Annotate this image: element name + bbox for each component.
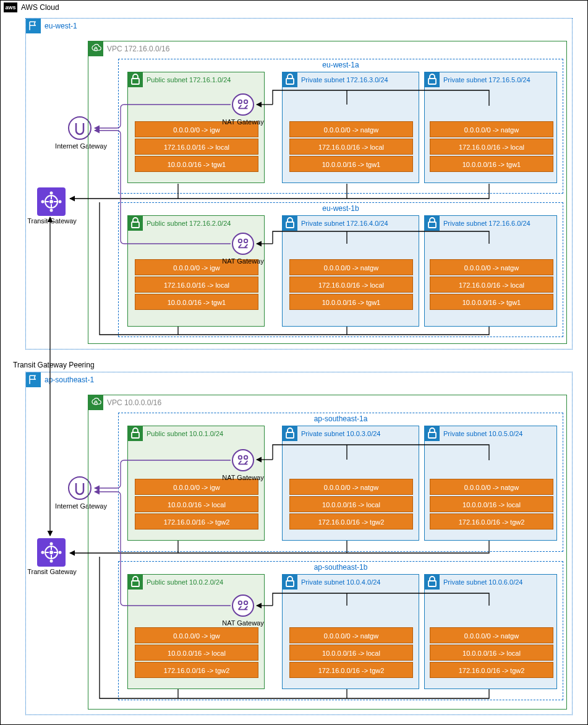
svg-point-30 [239,601,242,605]
region-flag-icon [26,19,41,33]
subnet-public-10-0-2: Public subnet 10.0.2.0/24 0.0.0.0/0 -> i… [127,574,265,689]
subnet-title: Private subnet 10.0.3.0/24 [301,430,380,437]
nat-gateway-icon [232,449,254,471]
route-entry: 10.0.0.0/16 -> tgw1 [430,156,553,172]
subnet-private-10-0-4: Private subnet 10.0.4.0/24 0.0.0.0/0 -> … [282,574,419,689]
subnet-private-10-0-3: Private subnet 10.0.3.0/24 0.0.0.0/0 -> … [282,426,419,541]
nat-gateway-icon [232,93,254,116]
nat-gateway-icon [232,233,254,255]
route-entry: 0.0.0.0/0 -> natgw [430,479,553,495]
svg-rect-7 [132,79,139,84]
public-subnet-icon [128,216,143,231]
route-entry: 172.16.0.0/16 -> local [430,277,553,293]
aws-diagram: aws AWS Cloud eu-west-1 Internet Gateway… [0,0,588,725]
private-subnet-icon [425,72,440,87]
route-entry: 172.16.0.0/16 -> tgw2 [430,513,553,530]
svg-point-20 [50,560,53,563]
svg-rect-27 [286,432,294,438]
subnet-public-172-16-2: Public subnet 172.16.2.0/24 0.0.0.0/0 ->… [127,215,265,327]
route-entry: 0.0.0.0/0 -> igw [135,627,258,643]
route-entry: 172.16.0.0/16 -> local [135,277,258,293]
svg-rect-11 [428,79,436,84]
svg-point-14 [244,239,248,243]
az-title: eu-west-1b [119,204,563,213]
svg-point-3 [50,209,53,212]
vpc-label: VPC 10.0.0.0/16 [107,398,161,407]
route-entry: 10.0.0.0/16 -> tgw1 [289,294,413,310]
route-entry: 172.16.0.0/16 -> local [289,277,413,293]
route-entry: 172.16.0.0/16 -> tgw2 [135,662,258,678]
subnet-title: Private subnet 172.16.4.0/24 [301,220,388,227]
private-subnet-icon [283,216,297,231]
svg-point-5 [59,200,62,204]
private-subnet-icon [283,575,297,590]
svg-point-1 [49,200,53,204]
nat-label: NAT Gateway [218,257,268,265]
route-table: 0.0.0.0/0 -> igw 172.16.0.0/16 -> local … [135,121,258,173]
az-title: ap-southeast-1b [119,563,563,572]
svg-point-22 [59,551,62,554]
svg-rect-10 [286,79,294,84]
route-entry: 10.0.0.0/16 -> tgw1 [135,156,258,172]
cloud-title: AWS Cloud [21,3,59,12]
transit-gateway-icon [37,187,66,216]
nat-label: NAT Gateway [218,474,268,481]
route-entry: 172.16.0.0/16 -> tgw2 [289,662,413,678]
region-label: eu-west-1 [45,22,77,30]
subnet-title: Private subnet 10.0.4.0/24 [301,578,380,586]
route-entry: 10.0.0.0/16 -> tgw1 [135,294,258,310]
svg-point-26 [244,456,248,460]
tgw-label: Transit Gateway [24,217,80,225]
route-entry: 0.0.0.0/0 -> natgw [289,627,413,643]
private-subnet-icon [425,575,440,590]
subnet-title: Private subnet 172.16.3.0/24 [301,76,388,84]
public-subnet-icon [128,575,143,590]
route-entry: 0.0.0.0/0 -> natgw [289,479,413,495]
nat-label: NAT Gateway [218,619,268,627]
svg-point-4 [41,200,45,204]
nat-label: NAT Gateway [218,118,268,126]
region-flag-icon [26,372,41,387]
private-subnet-icon [283,72,297,87]
aws-logo-icon: aws [4,2,17,12]
public-subnet-icon [128,72,143,87]
subnet-title: Public subnet 172.16.2.0/24 [147,220,231,227]
region-label: ap-southeast-1 [45,375,94,384]
svg-rect-24 [132,432,139,438]
svg-point-25 [239,456,242,460]
svg-point-2 [50,192,53,195]
route-entry: 172.16.0.0/16 -> tgw2 [289,513,413,530]
route-entry: 0.0.0.0/0 -> natgw [289,121,413,137]
svg-rect-28 [428,432,436,438]
svg-point-13 [239,239,242,243]
svg-rect-12 [132,222,139,228]
svg-point-19 [50,543,53,546]
az-title: ap-southeast-1a [119,414,563,423]
subnet-private-172-16-3: Private subnet 172.16.3.0/24 0.0.0.0/0 -… [282,72,419,183]
private-subnet-icon [283,426,297,441]
route-entry: 0.0.0.0/0 -> natgw [289,259,413,275]
svg-point-21 [41,551,45,554]
route-entry: 10.0.0.0/16 -> tgw1 [289,156,413,172]
subnet-title: Private subnet 172.16.5.0/24 [443,76,530,84]
svg-rect-33 [428,581,436,586]
subnet-title: Private subnet 172.16.6.0/24 [443,220,530,227]
route-entry: 172.16.0.0/16 -> local [289,139,413,155]
route-entry: 0.0.0.0/0 -> natgw [430,259,553,275]
subnet-title: Private subnet 10.0.5.0/24 [443,430,522,437]
subnet-public-172-16-1: Public subnet 172.16.1.0/24 0.0.0.0/0 ->… [127,72,265,183]
svg-rect-15 [286,222,294,228]
subnet-public-10-0-1: Public subnet 10.0.1.0/24 0.0.0.0/0 -> i… [127,426,265,541]
vpc-icon [88,41,103,56]
subnet-private-172-16-5: Private subnet 172.16.5.0/24 0.0.0.0/0 -… [424,72,557,183]
tgw-peering-label: Transit Gateway Peering [13,361,95,369]
az-title: eu-west-1a [119,61,563,69]
tgw-label: Transit Gateway [24,568,80,575]
svg-point-8 [239,100,242,104]
svg-point-9 [244,100,248,104]
private-subnet-icon [425,426,440,441]
route-entry: 0.0.0.0/0 -> natgw [430,627,553,643]
route-entry: 172.16.0.0/16 -> tgw2 [430,662,553,678]
private-subnet-icon [425,216,440,231]
route-entry: 0.0.0.0/0 -> natgw [430,121,553,137]
